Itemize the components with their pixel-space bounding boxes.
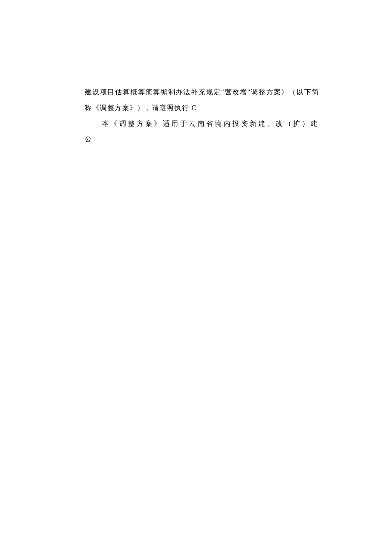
text-line-1: 建设项目估算概算预算编制办法补充规定"营改增"调整方案》（以下简 [85, 84, 319, 100]
text-line-2: 称《调整方案》），请遵照执行 C [85, 100, 319, 116]
document-content: 建设项目估算概算预算编制办法补充规定"营改增"调整方案》（以下简 称《调整方案》… [85, 84, 319, 147]
text-line-3: 本《调整方案》适用于云南省境内投资新建、改（扩）建公 [85, 116, 319, 148]
